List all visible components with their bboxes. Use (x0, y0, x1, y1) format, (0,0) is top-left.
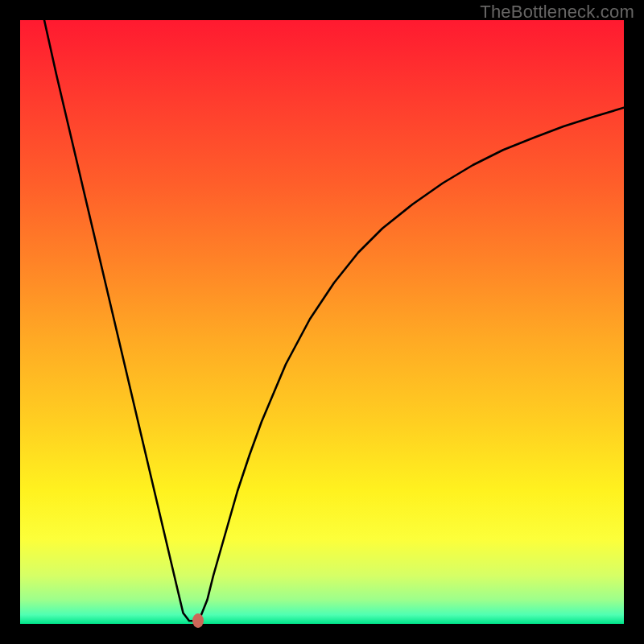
bottleneck-curve (44, 20, 624, 621)
curve-layer (20, 20, 624, 624)
plot-area (20, 20, 624, 624)
chart-frame: TheBottleneck.com (0, 0, 644, 644)
minimum-marker-dot (192, 613, 204, 628)
watermark-text: TheBottleneck.com (480, 2, 634, 23)
